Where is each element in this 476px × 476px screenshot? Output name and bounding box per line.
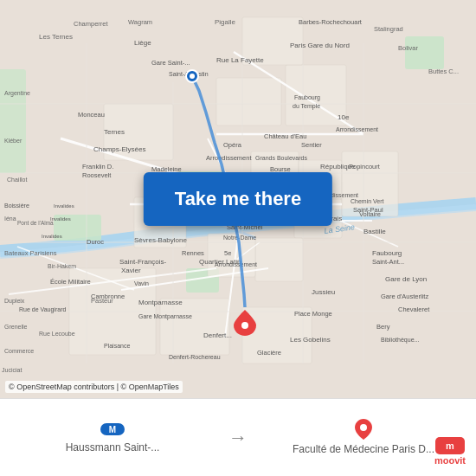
svg-text:Faubourg: Faubourg bbox=[294, 94, 320, 101]
svg-text:Vavin: Vavin bbox=[134, 280, 149, 286]
svg-text:Duroc: Duroc bbox=[87, 238, 104, 246]
svg-text:Dupleix: Dupleix bbox=[4, 298, 25, 305]
metro-icon: M bbox=[100, 421, 125, 438]
app-container: Les Ternes Argentine Kléber Chaillot Ién… bbox=[0, 0, 476, 476]
svg-text:Gare Montparnasse: Gare Montparnasse bbox=[138, 313, 192, 320]
cta-button-wrapper: Take me there bbox=[144, 172, 332, 226]
svg-text:Rue La Fayette: Rue La Fayette bbox=[216, 56, 264, 64]
svg-text:Rue Lecoube: Rue Lecoube bbox=[39, 331, 75, 337]
svg-text:Les Ternes: Les Ternes bbox=[39, 33, 73, 41]
svg-text:Sentier: Sentier bbox=[301, 141, 322, 149]
route-arrow: → bbox=[225, 427, 251, 449]
svg-text:Rue de Vaugirard: Rue de Vaugirard bbox=[19, 306, 66, 313]
destination-label: Faculté de Médecine Paris D... bbox=[293, 443, 434, 457]
svg-rect-18 bbox=[160, 299, 229, 355]
svg-text:Franklin D.: Franklin D. bbox=[82, 163, 113, 170]
svg-text:Denfert...: Denfert... bbox=[203, 331, 232, 339]
moovit-text: moovit bbox=[434, 455, 466, 466]
svg-text:Champs-Elysées: Champs-Elysées bbox=[93, 145, 145, 153]
svg-text:Jussieu: Jussieu bbox=[312, 288, 335, 296]
svg-text:Denfert-Rochereau: Denfert-Rochereau bbox=[169, 354, 221, 360]
svg-text:Saint-Ant...: Saint-Ant... bbox=[372, 258, 404, 266]
svg-text:Faubourg: Faubourg bbox=[372, 249, 402, 257]
moovit-logo-icon: m bbox=[434, 436, 466, 455]
svg-text:Opéra: Opéra bbox=[223, 141, 242, 149]
svg-text:Bolivar: Bolivar bbox=[398, 44, 418, 52]
svg-text:Iéna: Iéna bbox=[4, 215, 16, 222]
svg-text:Chaillot: Chaillot bbox=[7, 177, 27, 183]
svg-text:Les Gobelins: Les Gobelins bbox=[290, 336, 331, 344]
bottom-bar: M Haussmann Saint-... → Faculté de Médec… bbox=[0, 398, 476, 476]
svg-text:Paris Gare du Nord: Paris Gare du Nord bbox=[290, 42, 350, 49]
svg-text:Commerce: Commerce bbox=[4, 348, 34, 354]
svg-text:Ternes: Ternes bbox=[104, 128, 125, 136]
svg-text:Wagram: Wagram bbox=[128, 18, 152, 26]
svg-text:Chemin Vert: Chemin Vert bbox=[351, 198, 384, 204]
svg-text:Place Monge: Place Monge bbox=[294, 310, 332, 318]
svg-text:Kléber: Kléber bbox=[4, 138, 23, 144]
svg-text:Grenelle: Grenelle bbox=[4, 324, 28, 330]
svg-rect-5 bbox=[0, 69, 26, 173]
svg-text:Monceau: Monceau bbox=[78, 111, 105, 119]
origin-label: Haussmann Saint-... bbox=[66, 441, 160, 455]
svg-text:10e: 10e bbox=[338, 113, 350, 121]
svg-text:Pont de l'Alma: Pont de l'Alma bbox=[17, 220, 54, 226]
svg-text:Popincourt: Popincourt bbox=[349, 163, 381, 170]
svg-text:Cambronne: Cambronne bbox=[91, 293, 125, 300]
svg-text:Gare d'Austerlitz: Gare d'Austerlitz bbox=[381, 293, 428, 300]
svg-text:Gare Saint-...: Gare Saint-... bbox=[151, 59, 190, 67]
svg-text:Chevaleret: Chevaleret bbox=[398, 306, 430, 313]
svg-text:Bir-Hakem: Bir-Hakem bbox=[48, 263, 76, 269]
svg-text:Invalides: Invalides bbox=[54, 203, 74, 209]
svg-text:Bibliothèque...: Bibliothèque... bbox=[381, 337, 419, 344]
svg-text:du Temple: du Temple bbox=[293, 103, 320, 110]
svg-text:Invalides: Invalides bbox=[42, 234, 62, 239]
svg-text:Champerret: Champerret bbox=[74, 20, 109, 28]
svg-text:Grands Boulevards: Grands Boulevards bbox=[255, 155, 307, 161]
svg-text:Stalingrad: Stalingrad bbox=[374, 25, 403, 33]
svg-rect-14 bbox=[216, 78, 281, 125]
svg-rect-10 bbox=[255, 238, 303, 281]
destination-pin-icon bbox=[355, 419, 372, 440]
svg-text:Roosevelt: Roosevelt bbox=[82, 171, 112, 179]
svg-text:Montparnasse: Montparnasse bbox=[138, 299, 183, 306]
svg-point-133 bbox=[190, 74, 195, 79]
svg-text:Plaisance: Plaisance bbox=[104, 343, 130, 349]
svg-text:Sèvres-Babylone: Sèvres-Babylone bbox=[134, 236, 187, 244]
svg-text:Bateaux Parisiens: Bateaux Parisiens bbox=[4, 249, 57, 257]
svg-point-135 bbox=[241, 322, 248, 329]
svg-text:Pigalle: Pigalle bbox=[215, 18, 236, 26]
svg-text:École Militaire: École Militaire bbox=[50, 278, 91, 286]
svg-text:5e: 5e bbox=[224, 249, 231, 257]
svg-text:Arrondissement: Arrondissement bbox=[215, 261, 257, 267]
svg-text:M: M bbox=[109, 425, 116, 434]
svg-text:Gare de Lyon: Gare de Lyon bbox=[385, 275, 427, 283]
svg-text:Arrondissement: Arrondissement bbox=[336, 126, 378, 132]
svg-text:Xavier: Xavier bbox=[121, 267, 141, 274]
svg-text:Juciciat: Juciciat bbox=[2, 367, 22, 373]
take-me-there-button[interactable]: Take me there bbox=[144, 172, 332, 226]
svg-text:Barbes-Rochechouart: Barbes-Rochechouart bbox=[299, 18, 363, 26]
svg-text:Château d'Eau: Château d'Eau bbox=[264, 132, 306, 140]
moovit-branding: m moovit bbox=[434, 436, 466, 466]
svg-text:Saint-Paul: Saint-Paul bbox=[353, 206, 383, 214]
svg-text:Rennes: Rennes bbox=[182, 249, 204, 257]
svg-point-138 bbox=[360, 424, 367, 431]
map-attribution: © OpenStreetMap contributors | © OpenMap… bbox=[5, 381, 183, 393]
svg-text:Argentine: Argentine bbox=[4, 90, 30, 97]
svg-text:Glacière: Glacière bbox=[257, 349, 281, 357]
svg-text:Buttes C...: Buttes C... bbox=[428, 68, 459, 75]
svg-rect-4 bbox=[405, 36, 444, 69]
svg-text:Bery: Bery bbox=[376, 323, 390, 331]
svg-text:Liège: Liège bbox=[134, 39, 151, 47]
svg-text:m: m bbox=[446, 441, 454, 451]
svg-text:Invalides: Invalides bbox=[50, 216, 71, 222]
svg-text:Bastille: Bastille bbox=[363, 228, 386, 235]
svg-text:Saint-François-: Saint-François- bbox=[119, 258, 167, 266]
origin-item[interactable]: M Haussmann Saint-... bbox=[0, 399, 225, 476]
svg-text:Arrondissement: Arrondissement bbox=[206, 154, 252, 162]
svg-text:Boissière: Boissière bbox=[4, 203, 29, 209]
map-area: Les Ternes Argentine Kléber Chaillot Ién… bbox=[0, 0, 476, 398]
